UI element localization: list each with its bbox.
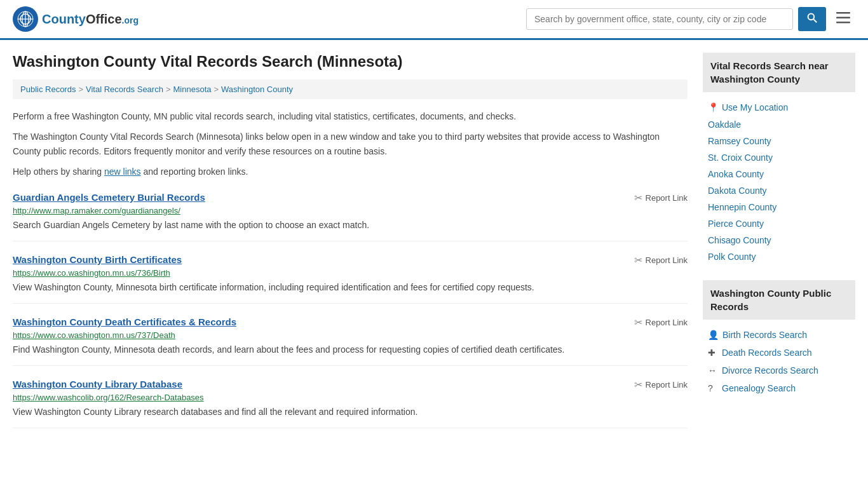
sidebar-death-records[interactable]: ✚ Death Records Search (703, 344, 855, 362)
breadcrumb-vital-records[interactable]: Vital Records Search (86, 85, 163, 94)
search-area (526, 7, 855, 31)
page-title: Washington County Vital Records Search (… (13, 53, 688, 71)
new-links-link[interactable]: new links (104, 166, 141, 177)
sidebar-item-hennepin[interactable]: Hennepin County (703, 199, 855, 215)
svg-line-6 (813, 19, 817, 22)
record-desc-3: View Washington County Library research … (13, 405, 688, 419)
record-title-1[interactable]: Washington County Birth Certificates (13, 254, 182, 265)
nearby-link-4[interactable]: Dakota County (708, 186, 767, 196)
search-button[interactable] (798, 7, 826, 31)
svg-rect-9 (836, 22, 850, 24)
breadcrumb-washington-county[interactable]: Washington County (221, 85, 293, 94)
sidebar-item-oakdale[interactable]: Oakdale (703, 116, 855, 133)
intro-para-3-suffix: and reporting broken links. (141, 166, 248, 177)
record-header-3: Washington County Library Database ✂ Rep… (13, 379, 688, 391)
svg-rect-7 (836, 12, 850, 14)
sidebar-nearby-section: Vital Records Search near Washington Cou… (703, 53, 855, 265)
nearby-link-5[interactable]: Hennepin County (708, 202, 776, 212)
nearby-link-7[interactable]: Chisago County (708, 235, 771, 245)
sidebar-item-stcroix[interactable]: St. Croix County (703, 149, 855, 166)
record-title-3[interactable]: Washington County Library Database (13, 379, 182, 390)
sidebar-nearby-header: Vital Records Search near Washington Cou… (703, 53, 855, 92)
birth-records-link[interactable]: Birth Records Search (722, 330, 807, 340)
sidebar-item-anoka[interactable]: Anoka County (703, 166, 855, 182)
record-url-0[interactable]: http://www.map.ramaker.com/guardianangel… (13, 206, 688, 215)
nearby-link-2[interactable]: St. Croix County (708, 152, 773, 163)
record-desc-1: View Washington County, Minnesota birth … (13, 281, 688, 294)
logo-county: County (42, 12, 86, 26)
breadcrumb-sep-1: > (78, 85, 83, 94)
report-label-2: Report Link (646, 318, 688, 327)
divorce-icon: ↔ (708, 365, 718, 376)
sidebar-item-pierce[interactable]: Pierce County (703, 215, 855, 232)
record-desc-0: Search Guardian Angels Cemetery by last … (13, 219, 688, 232)
nearby-link-6[interactable]: Pierce County (708, 219, 764, 229)
intro-para-3-prefix: Help others by sharing (13, 166, 104, 177)
nearby-link-8[interactable]: Polk County (708, 252, 756, 262)
record-header-0: Guardian Angels Cemetery Burial Records … (13, 192, 688, 204)
record-title-0[interactable]: Guardian Angels Cemetery Burial Records (13, 192, 205, 203)
breadcrumb-sep-3: > (214, 85, 219, 94)
sidebar-item-chisago[interactable]: Chisago County (703, 232, 855, 248)
nearby-link-3[interactable]: Anoka County (708, 169, 764, 179)
sidebar-use-location[interactable]: 📍 Use My Location (703, 98, 855, 116)
report-link-3[interactable]: ✂ Report Link (634, 379, 688, 391)
nearby-link-1[interactable]: Ramsey County (708, 136, 771, 146)
report-icon-0: ✂ (634, 192, 642, 204)
record-desc-2: Find Washington County, Minnesota death … (13, 343, 688, 356)
genealogy-search-link[interactable]: Genealogy Search (722, 383, 796, 393)
birth-icon: 👤 (708, 330, 719, 340)
record-entry-0: Guardian Angels Cemetery Burial Records … (13, 192, 688, 241)
main-content: Washington County Vital Records Search (… (13, 53, 688, 428)
records-list: Guardian Angels Cemetery Burial Records … (13, 192, 688, 428)
record-entry-2: Washington County Death Certificates & R… (13, 316, 688, 366)
record-url-2[interactable]: https://www.co.washington.mn.us/737/Deat… (13, 330, 688, 340)
intro-para-3: Help others by sharing new links and rep… (13, 165, 688, 179)
logo-office: Office (86, 12, 122, 26)
logo-icon (13, 6, 38, 32)
record-header-1: Washington County Birth Certificates ✂ R… (13, 254, 688, 266)
genealogy-icon: ? (708, 383, 718, 393)
report-label-1: Report Link (646, 255, 688, 265)
use-my-location-link[interactable]: Use My Location (722, 102, 788, 112)
breadcrumb-public-records[interactable]: Public Records (20, 85, 76, 94)
death-records-link[interactable]: Death Records Search (722, 348, 812, 358)
svg-point-5 (808, 14, 815, 20)
death-icon: ✚ (708, 348, 718, 358)
report-icon-1: ✂ (634, 254, 642, 266)
record-entry-3: Washington County Library Database ✂ Rep… (13, 379, 688, 428)
menu-button[interactable] (831, 8, 855, 30)
report-link-2[interactable]: ✂ Report Link (634, 316, 688, 329)
sidebar-public-records-section: Washington County Public Records 👤 Birth… (703, 280, 855, 397)
logo-area[interactable]: CountyOffice.org (13, 6, 139, 32)
report-link-1[interactable]: ✂ Report Link (634, 254, 688, 266)
record-entry-1: Washington County Birth Certificates ✂ R… (13, 254, 688, 304)
sidebar-item-dakota[interactable]: Dakota County (703, 182, 855, 199)
logo-text: CountyOffice.org (42, 12, 139, 27)
main-layout: Washington County Vital Records Search (… (0, 40, 868, 441)
location-pin-icon: 📍 (708, 102, 719, 112)
record-url-1[interactable]: https://www.co.washington.mn.us/736/Birt… (13, 268, 688, 278)
nearby-link-0[interactable]: Oakdale (708, 119, 741, 130)
sidebar-genealogy-search[interactable]: ? Genealogy Search (703, 379, 855, 397)
sidebar-item-polk[interactable]: Polk County (703, 248, 855, 265)
report-icon-2: ✂ (634, 316, 642, 329)
divorce-records-link[interactable]: Divorce Records Search (722, 365, 818, 376)
intro-para-2: The Washington County Vital Records Sear… (13, 130, 688, 158)
site-header: CountyOffice.org (0, 0, 868, 40)
sidebar-divorce-records[interactable]: ↔ Divorce Records Search (703, 362, 855, 379)
report-label-0: Report Link (646, 193, 688, 203)
report-label-3: Report Link (646, 380, 688, 390)
sidebar-public-records-header: Washington County Public Records (703, 280, 855, 320)
svg-rect-8 (836, 17, 850, 19)
report-link-0[interactable]: ✂ Report Link (634, 192, 688, 204)
logo-tld: .org (122, 15, 139, 25)
record-header-2: Washington County Death Certificates & R… (13, 316, 688, 329)
breadcrumb-minnesota[interactable]: Minnesota (173, 85, 212, 94)
intro-para-1: Perform a free Washington County, MN pub… (13, 109, 688, 123)
record-title-2[interactable]: Washington County Death Certificates & R… (13, 316, 236, 327)
record-url-3[interactable]: https://www.washcolib.org/162/Research-D… (13, 393, 688, 402)
sidebar-item-ramsey[interactable]: Ramsey County (703, 133, 855, 149)
search-input[interactable] (526, 8, 793, 30)
sidebar-birth-records[interactable]: 👤 Birth Records Search (703, 326, 855, 344)
